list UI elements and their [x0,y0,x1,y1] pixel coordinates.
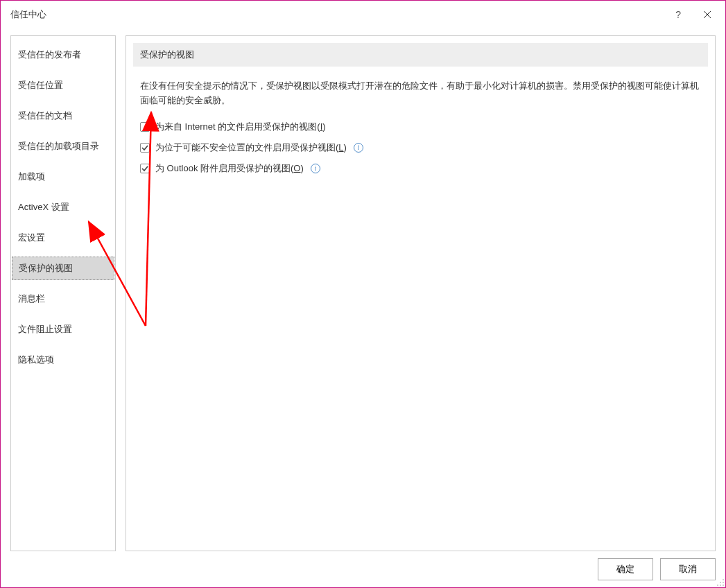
sidebar-item-1[interactable]: 受信任位置 [11,74,115,97]
ok-button[interactable]: 确定 [598,558,653,580]
sidebar-item-2[interactable]: 受信任的文档 [11,104,115,128]
checkbox-2[interactable] [140,164,150,173]
checkbox-row-2: 为 Outlook 附件启用受保护的视图(O)i [140,162,701,175]
checkbox-label-0: 为来自 Internet 的文件启用受保护的视图(I) [155,121,326,133]
trust-center-dialog: 信任中心 ? 受信任的发布者受信任位置受信任的文档受信任的加载项目录加载项Act… [0,0,726,588]
sidebar-item-8[interactable]: 消息栏 [11,287,115,311]
info-icon[interactable]: i [311,164,320,173]
sidebar-item-5[interactable]: ActiveX 设置 [11,196,115,219]
checkbox-row-0: 为来自 Internet 的文件启用受保护的视图(I) [140,121,701,133]
sidebar-item-4[interactable]: 加载项 [11,165,115,189]
sidebar: 受信任的发布者受信任位置受信任的文档受信任的加载项目录加载项ActiveX 设置… [10,35,116,551]
info-icon[interactable]: i [354,143,363,153]
title-bar: 信任中心 ? [1,1,725,28]
sidebar-item-3[interactable]: 受信任的加载项目录 [11,135,115,158]
sidebar-item-7[interactable]: 受保护的视图 [12,257,114,280]
main-panel: 受保护的视图 在没有任何安全提示的情况下，受保护视图以受限模式打开潜在的危险文件… [126,35,716,551]
help-icon[interactable]: ? [671,6,685,23]
button-bar: 确定 取消 [1,551,725,587]
cancel-button[interactable]: 取消 [660,558,716,580]
close-icon[interactable] [699,8,716,21]
content-area: 受信任的发布者受信任位置受信任的文档受信任的加载项目录加载项ActiveX 设置… [1,28,725,551]
checkbox-label-2: 为 Outlook 附件启用受保护的视图(O) [155,162,304,175]
dialog-title: 信任中心 [10,8,46,21]
checkbox-1[interactable] [140,143,150,153]
section-description: 在没有任何安全提示的情况下，受保护视图以受限模式打开潜在的危险文件，有助于最小化… [140,79,701,108]
sidebar-item-0[interactable]: 受信任的发布者 [11,43,115,67]
sidebar-item-10[interactable]: 隐私选项 [11,348,115,372]
title-bar-controls: ? [671,6,716,23]
sidebar-item-6[interactable]: 宏设置 [11,226,115,250]
checkbox-0[interactable] [140,122,150,132]
section-header: 受保护的视图 [133,43,708,67]
checkbox-label-1: 为位于可能不安全位置的文件启用受保护视图(L) [155,141,347,154]
checkbox-row-1: 为位于可能不安全位置的文件启用受保护视图(L)i [140,141,701,154]
sidebar-item-9[interactable]: 文件阻止设置 [11,318,115,341]
